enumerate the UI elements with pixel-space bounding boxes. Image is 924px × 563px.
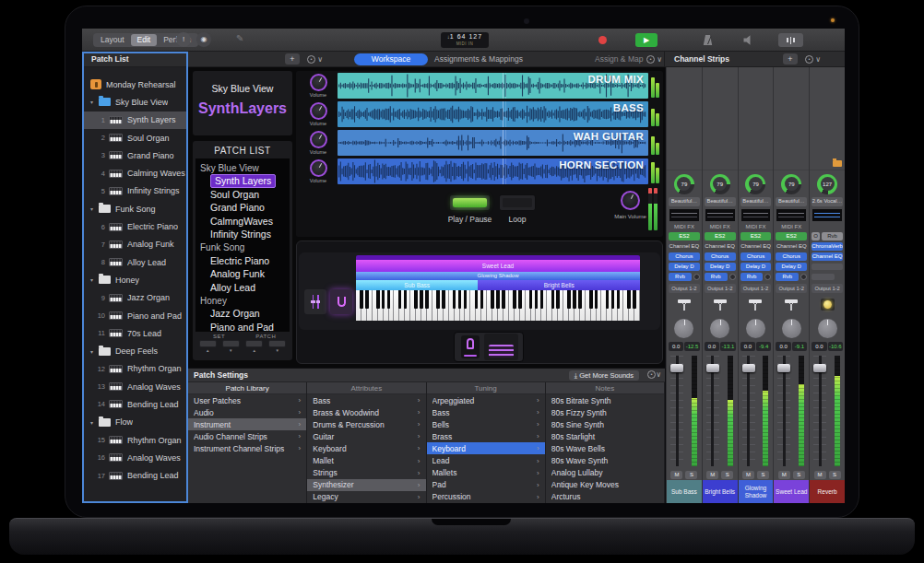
instrument-slot[interactable]: ES2 bbox=[669, 232, 700, 240]
eq-slot[interactable]: Channel EQ bbox=[740, 242, 772, 251]
send-knob[interactable] bbox=[800, 274, 807, 280]
tuner-button[interactable] bbox=[778, 33, 803, 47]
fader-cap[interactable] bbox=[670, 364, 683, 372]
speaker-icon[interactable] bbox=[742, 34, 754, 46]
patch-row[interactable]: ▾ Flow bbox=[83, 414, 187, 431]
master-mute-button[interactable]: ◉ bbox=[196, 32, 211, 47]
eq-thumbnail[interactable] bbox=[741, 209, 771, 221]
library-item[interactable]: 80s Wave Bells› bbox=[546, 442, 664, 454]
library-item[interactable]: 80s Wave Synth› bbox=[546, 454, 664, 466]
mute-button[interactable]: M bbox=[814, 471, 826, 479]
pan-value[interactable]: 0.0 bbox=[669, 342, 683, 351]
library-item[interactable]: Strings› bbox=[307, 467, 425, 479]
set-next-button[interactable] bbox=[222, 340, 240, 347]
patch-row[interactable]: ▾ 1 Synth Layers bbox=[83, 111, 187, 129]
pan-value[interactable]: 0.0 bbox=[705, 342, 719, 351]
output-button[interactable]: Output 1-2 bbox=[705, 284, 736, 293]
gain-knob[interactable]: 79 bbox=[774, 170, 809, 197]
preset-button[interactable]: Beautiful… bbox=[774, 197, 809, 207]
patch-row[interactable]: ▾ Funk Song bbox=[83, 200, 187, 217]
eq-slot[interactable]: Channel EQ bbox=[705, 242, 736, 251]
mode-button[interactable]: Edit bbox=[131, 34, 158, 46]
send-knob[interactable] bbox=[729, 274, 736, 280]
mode-button[interactable]: Layout bbox=[94, 34, 131, 46]
layer-bright-bells[interactable]: Bright Bells bbox=[478, 280, 640, 290]
channel-name[interactable]: Sweet Lead bbox=[774, 480, 809, 503]
library-item[interactable]: Bass› bbox=[427, 406, 545, 418]
pan-knob[interactable] bbox=[674, 319, 693, 338]
library-item[interactable]: Drums & Percussion› bbox=[307, 418, 425, 430]
eq-slot[interactable]: Channel EQ bbox=[776, 242, 807, 251]
library-item[interactable]: Legacy› bbox=[307, 491, 425, 503]
level-value[interactable]: -9.4 bbox=[756, 342, 771, 351]
pitch-mod-wheels[interactable] bbox=[304, 289, 326, 314]
library-item[interactable]: Lead› bbox=[427, 454, 545, 466]
output-button[interactable]: Output 1-2 bbox=[669, 284, 700, 293]
main-volume-knob[interactable] bbox=[621, 191, 640, 210]
loop-button[interactable] bbox=[499, 194, 536, 211]
library-item[interactable]: User Patches› bbox=[188, 394, 306, 406]
fader-track[interactable] bbox=[777, 356, 790, 466]
disclosure-triangle-icon[interactable]: ▾ bbox=[90, 276, 99, 283]
mute-button[interactable]: M bbox=[742, 471, 754, 479]
patch-row[interactable]: ▾ 5 Infinity Strings bbox=[83, 182, 187, 200]
patch-row[interactable]: ▾ 8 Alloy Lead bbox=[83, 253, 187, 271]
fader-track[interactable] bbox=[706, 356, 719, 466]
channel-name[interactable]: Glowing Shadow bbox=[739, 480, 774, 503]
pan-knob[interactable] bbox=[746, 319, 765, 338]
patch-row[interactable]: ▾ 2 Soul Organ bbox=[83, 129, 187, 147]
patch-row[interactable]: ▾ 15 Rhythm Organ bbox=[83, 431, 187, 449]
fader-cap[interactable] bbox=[813, 364, 826, 372]
waveform[interactable]: HORN SECTION bbox=[338, 158, 648, 184]
output-button[interactable]: Output 1-2 bbox=[740, 284, 772, 293]
library-item[interactable]: Keyboard› bbox=[307, 442, 425, 454]
eq-thumbnail[interactable] bbox=[669, 209, 699, 221]
disclosure-triangle-icon[interactable]: ▾ bbox=[90, 419, 99, 426]
patch-list-item[interactable]: CalmngWaves bbox=[195, 215, 290, 228]
play-button[interactable]: ▶ bbox=[635, 33, 657, 47]
fx-slot[interactable]: Chorus bbox=[740, 252, 772, 261]
bus-rvb-button[interactable]: Rvb bbox=[822, 232, 843, 240]
library-item[interactable]: 80s Sine Synth› bbox=[546, 418, 664, 430]
library-item[interactable]: Arcturus› bbox=[546, 491, 664, 503]
add-channel-strip-button[interactable]: + bbox=[783, 53, 798, 65]
pan-value[interactable]: 0.0 bbox=[740, 342, 755, 351]
layer-glowing-shadow[interactable]: Glowing Shadow bbox=[356, 272, 640, 280]
patch-list-item[interactable]: Electric Piano bbox=[195, 254, 290, 267]
library-item[interactable]: Keyboard› bbox=[427, 442, 545, 454]
patch-list-item[interactable]: Synth Layers bbox=[195, 174, 290, 187]
library-item[interactable]: Brass› bbox=[427, 430, 545, 442]
fx-slot[interactable]: Chorus bbox=[776, 252, 807, 261]
fader-cap[interactable] bbox=[777, 364, 790, 372]
waveform[interactable]: BASS bbox=[338, 101, 648, 127]
patch-list-action-menu[interactable]: • ∨ bbox=[307, 54, 327, 65]
library-item[interactable]: Mallet› bbox=[307, 454, 425, 466]
send-slot[interactable]: Rvb bbox=[776, 273, 799, 281]
patch-row[interactable]: ▾ 3 Grand Piano bbox=[83, 147, 187, 164]
layer-sub-bass[interactable]: Sub Bass bbox=[356, 280, 478, 290]
library-item[interactable]: Antique Key Moves› bbox=[546, 479, 664, 491]
library-item[interactable]: Bass› bbox=[307, 394, 425, 406]
library-item[interactable]: Audio› bbox=[188, 406, 306, 418]
waveform[interactable]: DRUM MIX bbox=[338, 73, 648, 99]
output-button[interactable]: Output 1-2 bbox=[776, 284, 807, 293]
expression-pedal[interactable] bbox=[461, 335, 480, 358]
gain-knob[interactable]: 79 bbox=[703, 170, 738, 197]
record-button[interactable] bbox=[598, 36, 607, 44]
library-item[interactable]: Audio Channel Strips› bbox=[188, 430, 306, 442]
patch-list-item[interactable]: Honey bbox=[195, 294, 290, 307]
patch-row[interactable]: ▾ 14 Bending Lead bbox=[83, 395, 187, 413]
library-item[interactable]: Analog Lullaby› bbox=[546, 467, 664, 479]
layer-sweet-lead[interactable]: Sweet Lead bbox=[356, 260, 640, 272]
patch-row[interactable]: ▾ 12 Rhythm Organ bbox=[83, 360, 187, 378]
patch-list-item[interactable]: Sky Blue View bbox=[195, 161, 290, 174]
bus-o-button[interactable]: O bbox=[811, 232, 820, 240]
library-item[interactable]: 80s Starlight› bbox=[546, 430, 664, 442]
waveform[interactable]: WAH GUITAR bbox=[338, 130, 648, 156]
fader-cap[interactable] bbox=[706, 364, 719, 372]
tab-assignments-mappings[interactable]: Assignments & Mappings bbox=[434, 52, 523, 66]
eq-thumbnail[interactable] bbox=[812, 209, 842, 221]
send-slot[interactable]: Rvb bbox=[705, 273, 728, 281]
volume-knob[interactable] bbox=[310, 159, 327, 177]
panic-button[interactable]: ! bbox=[176, 32, 191, 47]
